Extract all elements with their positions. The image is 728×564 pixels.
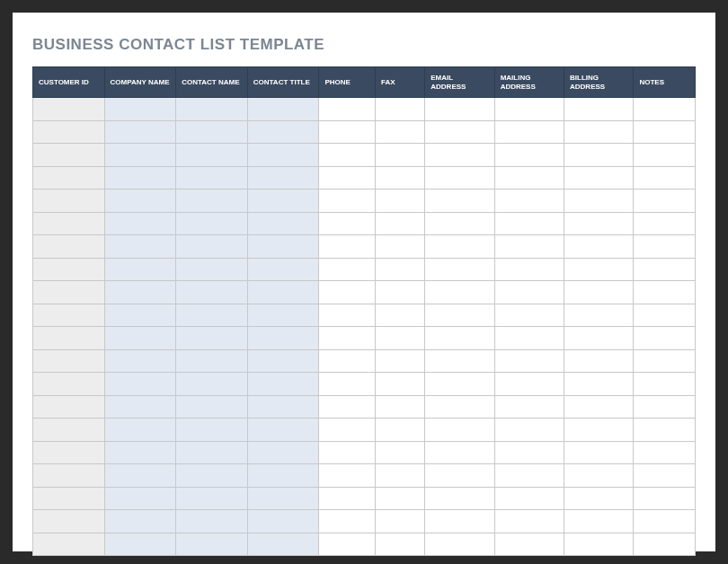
table-cell[interactable] [376, 464, 425, 488]
table-cell[interactable] [33, 419, 105, 442]
table-cell[interactable] [176, 166, 248, 189]
table-cell[interactable] [33, 327, 105, 350]
table-cell[interactable] [247, 304, 319, 327]
table-cell[interactable] [33, 373, 105, 396]
table-cell[interactable] [104, 166, 176, 189]
table-cell[interactable] [33, 441, 105, 464]
table-cell[interactable] [564, 464, 634, 488]
table-cell[interactable] [247, 212, 319, 235]
table-cell[interactable] [104, 373, 176, 396]
table-cell[interactable] [33, 304, 105, 327]
table-cell[interactable] [319, 189, 376, 213]
table-cell[interactable] [425, 235, 494, 259]
table-cell[interactable] [494, 120, 564, 144]
table-cell[interactable] [33, 510, 105, 533]
table-cell[interactable] [104, 258, 176, 281]
table-cell[interactable] [425, 120, 494, 144]
table-cell[interactable] [176, 235, 248, 259]
table-cell[interactable] [176, 304, 248, 327]
table-cell[interactable] [104, 304, 176, 327]
table-cell[interactable] [564, 166, 634, 189]
table-cell[interactable] [634, 327, 696, 350]
table-cell[interactable] [176, 533, 248, 556]
table-cell[interactable] [104, 235, 176, 259]
table-cell[interactable] [33, 189, 105, 213]
table-cell[interactable] [564, 144, 634, 167]
table-cell[interactable] [319, 419, 376, 442]
table-cell[interactable] [104, 464, 176, 488]
table-cell[interactable] [176, 189, 248, 213]
table-cell[interactable] [33, 281, 105, 304]
table-cell[interactable] [634, 189, 696, 213]
table-cell[interactable] [176, 212, 248, 235]
table-cell[interactable] [319, 327, 376, 350]
table-cell[interactable] [376, 166, 425, 189]
table-cell[interactable] [319, 98, 376, 121]
table-cell[interactable] [376, 395, 425, 419]
table-cell[interactable] [104, 327, 176, 350]
table-cell[interactable] [33, 487, 105, 510]
table-cell[interactable] [564, 533, 634, 556]
table-cell[interactable] [376, 281, 425, 304]
table-cell[interactable] [494, 212, 564, 235]
table-cell[interactable] [634, 304, 696, 327]
table-cell[interactable] [176, 441, 248, 464]
table-cell[interactable] [376, 419, 425, 442]
table-cell[interactable] [634, 464, 696, 488]
table-cell[interactable] [247, 373, 319, 396]
table-cell[interactable] [425, 144, 494, 167]
table-cell[interactable] [634, 419, 696, 442]
table-cell[interactable] [176, 373, 248, 396]
table-cell[interactable] [247, 395, 319, 419]
table-cell[interactable] [425, 349, 494, 373]
table-cell[interactable] [425, 487, 494, 510]
table-cell[interactable] [376, 98, 425, 121]
table-cell[interactable] [494, 395, 564, 419]
table-cell[interactable] [494, 144, 564, 167]
table-cell[interactable] [176, 327, 248, 350]
table-cell[interactable] [494, 281, 564, 304]
table-cell[interactable] [634, 212, 696, 235]
table-cell[interactable] [33, 349, 105, 373]
table-cell[interactable] [247, 533, 319, 556]
table-cell[interactable] [425, 510, 494, 533]
table-cell[interactable] [564, 395, 634, 419]
table-cell[interactable] [634, 120, 696, 144]
table-cell[interactable] [104, 487, 176, 510]
table-cell[interactable] [104, 98, 176, 121]
table-cell[interactable] [319, 395, 376, 419]
table-cell[interactable] [33, 235, 105, 259]
table-cell[interactable] [634, 144, 696, 167]
table-cell[interactable] [376, 120, 425, 144]
table-cell[interactable] [564, 98, 634, 121]
table-cell[interactable] [104, 212, 176, 235]
table-cell[interactable] [104, 441, 176, 464]
table-cell[interactable] [425, 373, 494, 396]
table-cell[interactable] [247, 487, 319, 510]
table-cell[interactable] [176, 464, 248, 488]
table-cell[interactable] [176, 487, 248, 510]
table-cell[interactable] [319, 510, 376, 533]
table-cell[interactable] [634, 373, 696, 396]
table-cell[interactable] [564, 189, 634, 213]
table-cell[interactable] [564, 120, 634, 144]
table-cell[interactable] [176, 120, 248, 144]
table-cell[interactable] [319, 464, 376, 488]
table-cell[interactable] [425, 464, 494, 488]
table-cell[interactable] [376, 327, 425, 350]
table-cell[interactable] [376, 510, 425, 533]
table-cell[interactable] [376, 349, 425, 373]
table-cell[interactable] [494, 327, 564, 350]
table-cell[interactable] [634, 441, 696, 464]
table-cell[interactable] [494, 235, 564, 259]
table-cell[interactable] [494, 464, 564, 488]
table-cell[interactable] [247, 235, 319, 259]
table-cell[interactable] [33, 258, 105, 281]
table-cell[interactable] [494, 533, 564, 556]
table-cell[interactable] [176, 258, 248, 281]
table-cell[interactable] [176, 281, 248, 304]
table-cell[interactable] [319, 349, 376, 373]
table-cell[interactable] [176, 510, 248, 533]
table-cell[interactable] [104, 419, 176, 442]
table-cell[interactable] [494, 258, 564, 281]
